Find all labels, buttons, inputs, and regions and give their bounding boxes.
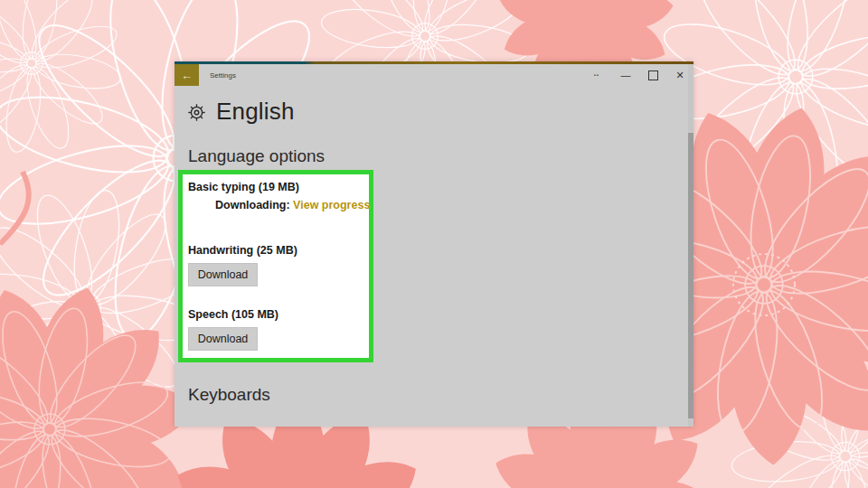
feature-speech-label: Speech (105 MB) <box>188 308 278 321</box>
back-arrow-icon: ← <box>181 70 193 81</box>
feature-handwriting-label: Handwriting (25 MB) <box>188 244 297 257</box>
minimize-icon: — <box>621 70 631 80</box>
section-keyboards: Keyboards <box>188 385 270 405</box>
scrollbar-thumb[interactable] <box>688 133 693 418</box>
scrollbar-track[interactable] <box>688 64 693 427</box>
settings-window: ← Settings ▪▪ — ✕ <box>175 61 693 427</box>
window-controls: ▪▪ — ✕ <box>594 64 693 86</box>
gear-icon <box>187 103 206 122</box>
minimize-button[interactable]: — <box>612 64 639 86</box>
highlight-box: Basic typing (19 MB) Downloading: View p… <box>178 170 373 362</box>
maximize-icon <box>648 70 658 80</box>
window-title: Settings <box>210 71 236 80</box>
titlebar: ← Settings ▪▪ — ✕ <box>175 64 693 86</box>
view-progress-link[interactable]: View progress <box>293 199 370 211</box>
downloading-label: Downloading: <box>215 199 290 211</box>
titlebar-dots-icon: ▪▪ <box>594 72 599 78</box>
download-speech-button[interactable]: Download <box>188 327 258 351</box>
maximize-button[interactable] <box>639 64 666 86</box>
page-title: English <box>216 98 295 126</box>
back-button[interactable]: ← <box>175 64 199 86</box>
section-language-options: Language options <box>188 146 325 166</box>
close-icon: ✕ <box>675 70 684 81</box>
basic-typing-status: Downloading: View progress <box>215 199 370 211</box>
download-handwriting-button[interactable]: Download <box>188 263 258 286</box>
feature-basic-typing-label: Basic typing (19 MB) <box>188 181 299 193</box>
